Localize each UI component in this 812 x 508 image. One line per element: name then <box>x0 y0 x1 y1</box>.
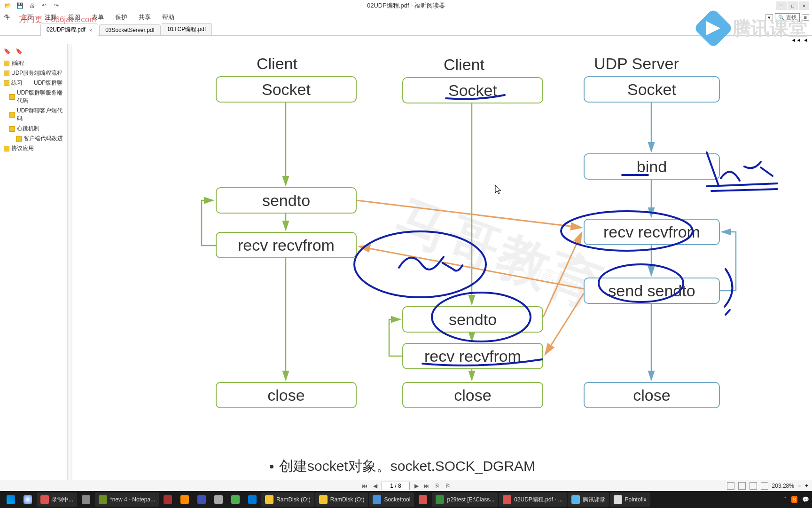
svg-line-10 <box>357 200 582 228</box>
nav-extra2-icon[interactable]: ⎘ <box>444 482 451 490</box>
tree-item[interactable]: 协议应用 <box>2 143 65 153</box>
task-ramdisk1[interactable]: RamDisk (O:) <box>261 492 314 507</box>
bookmark-icon <box>4 61 9 66</box>
tab-label: 02UDP编程.pdf <box>47 26 86 34</box>
bookmark-icon <box>16 136 22 142</box>
logo-cube-icon <box>694 8 734 48</box>
tree-item[interactable]: 客户端代码改进 <box>2 134 65 143</box>
task-pycharm[interactable]: p29test [E:\Class... <box>432 492 498 507</box>
task-vscode[interactable] <box>244 492 260 507</box>
taskbar: 录制中... *new 4 - Notepa... RamDisk (O:) R… <box>0 491 812 508</box>
tabbar: 02UDP编程.pdf × 03SocketServer.pdf 01TCP编程… <box>0 24 812 36</box>
bookmark-icon <box>4 71 9 76</box>
tree-item[interactable]: }编程 <box>2 58 65 68</box>
open-icon[interactable]: 📂 <box>4 2 11 9</box>
tab-close-icon[interactable]: × <box>89 27 92 33</box>
tab-label: 03SocketServer.pdf <box>105 27 155 33</box>
print-icon[interactable]: 🖨 <box>28 2 36 9</box>
zoom-out-icon[interactable]: − <box>798 483 801 489</box>
bullet-icon <box>270 465 273 468</box>
redo-icon[interactable]: ↷ <box>53 2 60 9</box>
tree-item[interactable]: UDP版群聊服务端代码 <box>2 88 65 106</box>
titlebar: 📂 💾 🖨 ↶ ↷ 02UDP编程.pdf - 福昕阅读器 − □ × <box>0 0 812 11</box>
cursor-icon <box>495 185 503 195</box>
tencent-logo: 腾讯课堂 <box>699 14 807 42</box>
task-sockettool[interactable]: Sockettool <box>369 492 414 507</box>
tree-item[interactable]: UDP服务端编程流程 <box>2 68 65 78</box>
bookmarks-sidebar: 🔖 🔖 }编程 UDP服务端编程流程 练习——UDP版群聊 UDP版群聊服务端代… <box>0 44 68 480</box>
tray-up-icon[interactable]: ˄ <box>784 496 787 503</box>
bookmark-icon <box>4 80 9 86</box>
task-item[interactable] <box>415 492 431 507</box>
undo-icon[interactable]: ↶ <box>40 2 48 9</box>
start-button[interactable] <box>3 492 19 507</box>
tree-item[interactable]: UDP群聊客户端代码 <box>2 106 65 124</box>
minimize-button[interactable]: − <box>776 1 787 10</box>
tray-notif-icon[interactable]: 💬 <box>802 496 809 503</box>
tree-item[interactable]: 心跳机制 <box>2 124 65 134</box>
task-foxit[interactable]: 02UDP编程.pdf - ... <box>499 492 566 507</box>
prev-page-icon[interactable]: ◀ <box>371 482 379 490</box>
view-mode-4-icon[interactable] <box>761 482 768 490</box>
menu-protect[interactable]: 保护 <box>113 12 129 23</box>
nav-extra1-icon[interactable]: ⎘ <box>433 482 441 490</box>
page-input[interactable] <box>382 482 410 490</box>
task-notepad[interactable]: *new 4 - Notepa... <box>95 492 159 507</box>
svg-line-13 <box>545 294 584 355</box>
tab-doc-1[interactable]: 02UDP编程.pdf × <box>40 24 98 36</box>
task-chrome[interactable] <box>20 492 36 507</box>
overlay-watermark: 万门更：666java.com <box>19 14 96 25</box>
save-icon[interactable]: 💾 <box>16 2 23 9</box>
bookmark-icon <box>9 112 15 118</box>
task-item[interactable] <box>78 492 94 507</box>
task-tencent[interactable]: 腾讯课堂 <box>568 492 609 507</box>
zoom-in-icon[interactable]: + <box>805 483 808 489</box>
first-page-icon[interactable]: ⏮ <box>361 482 368 490</box>
pdf-page: 马哥教育 /\人的高薪职业学 Client Client UDP Server … <box>72 44 812 480</box>
maximize-button[interactable]: □ <box>788 1 798 10</box>
tab-doc-2[interactable]: 03SocketServer.pdf <box>99 24 161 35</box>
task-ramdisk2[interactable]: RamDisk (O:) <box>315 492 368 507</box>
task-item[interactable] <box>211 492 226 507</box>
view-mode-2-icon[interactable] <box>738 482 746 490</box>
diagram: Client Client UDP Server Socket sendto r… <box>72 44 812 480</box>
pdf-content[interactable]: 马哥教育 /\人的高薪职业学 Client Client UDP Server … <box>68 44 812 480</box>
bookmark-tool-icon[interactable]: 🔖 <box>4 48 11 55</box>
bookmark-icon <box>9 126 15 132</box>
task-item[interactable] <box>177 492 193 507</box>
tab-label: 01TCP编程.pdf <box>168 25 206 33</box>
close-button[interactable]: × <box>799 1 809 10</box>
task-recording[interactable]: 录制中... <box>37 492 77 507</box>
task-item[interactable] <box>194 492 210 507</box>
statusbar: ⏮ ◀ ▶ ⏭ ⎘ ⎘ 203.28% − + <box>0 480 812 491</box>
bookmark-tool2-icon[interactable]: 🔖 <box>16 48 23 55</box>
menu-help[interactable]: 帮助 <box>160 12 176 23</box>
subbar: ◄◄ ◄ <box>0 36 812 44</box>
zoom-level: 203.28% <box>772 483 794 489</box>
bookmark-icon <box>4 146 9 151</box>
logo-text: 腾讯课堂 <box>732 16 807 41</box>
view-mode-1-icon[interactable] <box>727 482 734 490</box>
next-page-icon[interactable]: ▶ <box>413 482 420 490</box>
footer-text: 创建socket对象。socket.SOCK_DGRAM <box>270 457 535 476</box>
window-title: 02UDP编程.pdf - 福昕阅读器 <box>367 1 445 10</box>
view-mode-3-icon[interactable] <box>750 482 757 490</box>
system-tray[interactable]: ˄ S 💬 <box>784 496 809 503</box>
svg-line-12 <box>543 232 582 317</box>
bookmark-icon <box>9 94 15 100</box>
menubar: 件 主页 注释 视图 表单 保护 共享 帮助 ▾ 🔍 查找 ≡ <box>0 11 812 24</box>
tab-doc-3[interactable]: 01TCP编程.pdf <box>162 23 212 35</box>
menu-share[interactable]: 共享 <box>137 12 153 23</box>
last-page-icon[interactable]: ⏭ <box>423 482 430 490</box>
menu-file[interactable]: 件 <box>2 12 12 23</box>
tree-item[interactable]: 练习——UDP版群聊 <box>2 78 65 88</box>
task-item[interactable] <box>227 492 243 507</box>
tray-sogou-icon[interactable]: S <box>791 496 797 503</box>
flow-arrows <box>72 44 812 480</box>
task-item[interactable] <box>160 492 176 507</box>
task-pointofix[interactable]: Pointofix <box>610 492 650 507</box>
